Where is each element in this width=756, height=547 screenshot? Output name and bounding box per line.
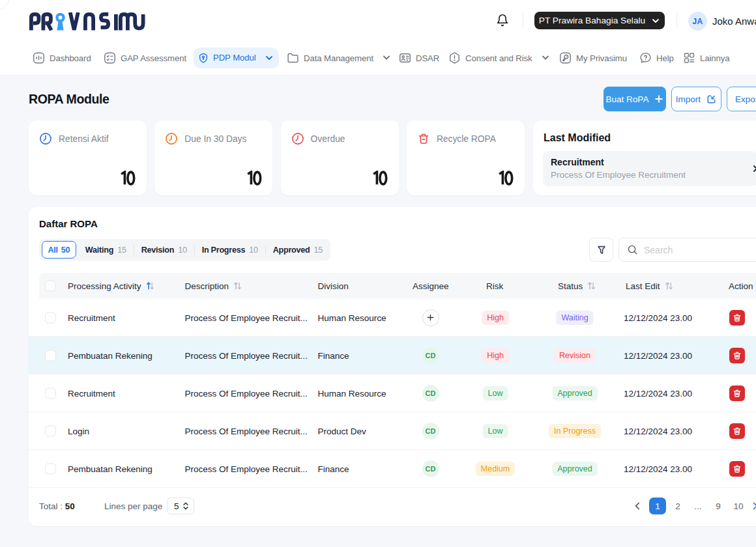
row-checkbox[interactable] xyxy=(45,350,56,361)
import-button[interactable]: Import xyxy=(671,87,721,111)
table-row[interactable]: Pembuatan RekeningProcess Of Employee Re… xyxy=(29,450,756,488)
pagination-next[interactable] xyxy=(750,498,756,514)
sort-icon[interactable] xyxy=(233,281,242,291)
tab-approved[interactable]: Approved15 xyxy=(266,241,330,259)
pagination-page-9[interactable]: 9 xyxy=(710,498,727,514)
tab-label: Approved xyxy=(273,245,310,255)
row-checkbox[interactable] xyxy=(45,312,56,323)
cell-last-edit: 12/12/2024 23.00 xyxy=(624,388,692,398)
sort-icon[interactable] xyxy=(145,281,155,291)
chevron-down-icon xyxy=(541,53,550,63)
search-icon xyxy=(627,244,638,255)
nav-item-lainnya[interactable]: Lainnya xyxy=(683,51,730,64)
stat-value xyxy=(121,171,136,184)
tab-revision[interactable]: Revision10 xyxy=(134,241,194,259)
pagination-prev[interactable] xyxy=(629,498,646,514)
risk-badge: Low xyxy=(483,386,508,400)
company-selector-label: PT Prawira Bahagia Selalu xyxy=(539,16,645,25)
nav-item-help[interactable]: Help xyxy=(639,51,674,64)
user-name: Joko Anwar xyxy=(712,16,756,27)
nav-item-label: Data Management xyxy=(304,53,373,63)
user-avatar[interactable]: JA xyxy=(688,12,707,31)
nav-item-pdp-modul[interactable]: PDP Modul xyxy=(194,48,279,68)
last-modified-title: Last Modified xyxy=(544,132,611,144)
export-button[interactable]: Export xyxy=(727,87,756,111)
last-modified-item[interactable]: Recruitment Process Of Employee Recruitm… xyxy=(543,151,756,186)
chevron-right-icon xyxy=(751,164,756,173)
create-ropa-button[interactable]: Buat RoPA xyxy=(603,87,666,111)
cell-division: Human Resource xyxy=(318,313,386,322)
nav-item-gap-assessment[interactable]: GAP Assessment xyxy=(104,51,186,64)
nav-item-data-management[interactable]: Data Management xyxy=(287,51,391,64)
pagination-page-10[interactable]: 10 xyxy=(730,498,747,514)
assignee-avatar[interactable]: CD xyxy=(422,385,439,402)
sort-icon[interactable] xyxy=(664,281,674,291)
row-checkbox[interactable] xyxy=(45,463,56,474)
table-row[interactable]: LoginProcess Of Employee Recruit...Produ… xyxy=(29,412,756,450)
ropa-list-panel: Daftar ROPA All50Waiting15Revision10In P… xyxy=(29,207,756,526)
stat-card-header: Retensi Aktif xyxy=(39,132,109,145)
delete-button[interactable] xyxy=(729,348,745,363)
privasimu-logo xyxy=(29,12,145,31)
table-row[interactable]: RecruitmentProcess Of Employee Recruit..… xyxy=(29,374,756,412)
column-header-label: Action xyxy=(729,281,753,291)
filter-button[interactable] xyxy=(589,238,613,262)
pagination-ellipsis: ... xyxy=(690,498,706,514)
table-row[interactable]: Pembuatan RekeningProcess Of Employee Re… xyxy=(29,337,756,374)
assignee-avatar[interactable]: CD xyxy=(422,347,439,364)
nav-item-my-privasimu[interactable]: My Privasimu xyxy=(559,51,627,64)
assignee-avatar[interactable]: CD xyxy=(422,423,439,440)
tab-all[interactable]: All50 xyxy=(42,241,76,259)
stat-card-header: Overdue xyxy=(291,132,345,145)
stat-label: Due In 30 Days xyxy=(184,134,246,144)
sort-icon[interactable] xyxy=(587,281,596,291)
header-divider xyxy=(676,13,677,28)
id-card-icon xyxy=(399,51,411,64)
stat-card-due-in-30-days: Due In 30 Days xyxy=(154,120,272,195)
ropa-list-title: Daftar ROPA xyxy=(39,218,98,229)
cell-activity: Pembuatan Rekening xyxy=(68,464,153,473)
nav-item-consent-and-risk[interactable]: Consent and Risk xyxy=(448,51,550,64)
table-row[interactable]: RecruitmentProcess Of Employee Recruit..… xyxy=(29,299,756,337)
plus-icon xyxy=(654,94,663,104)
notification-bell-icon[interactable] xyxy=(496,14,509,28)
column-header-activity[interactable]: Processing Activity xyxy=(68,281,155,291)
tab-count: 15 xyxy=(117,245,126,255)
clock-icon xyxy=(291,132,304,145)
column-header-status[interactable]: Status xyxy=(558,281,596,291)
delete-button[interactable] xyxy=(729,386,745,401)
apps-grid-icon xyxy=(683,51,695,64)
delete-button[interactable] xyxy=(729,461,745,477)
logo-lettering xyxy=(29,12,145,31)
tab-label: Waiting xyxy=(85,245,113,255)
delete-button[interactable] xyxy=(729,423,745,439)
cell-last-edit: 12/12/2024 23.00 xyxy=(624,426,692,436)
tab-waiting[interactable]: Waiting15 xyxy=(78,241,134,259)
column-header-label: Division xyxy=(318,281,349,291)
tab-in-progress[interactable]: In Progress10 xyxy=(195,241,265,259)
delete-button[interactable] xyxy=(729,310,745,326)
row-checkbox[interactable] xyxy=(45,425,56,436)
pagination-page-2[interactable]: 2 xyxy=(669,498,686,514)
pagination-page-1[interactable]: 1 xyxy=(649,498,666,514)
nav-item-dsar[interactable]: DSAR xyxy=(399,51,439,64)
page-title: ROPA Module xyxy=(29,92,109,107)
column-header-description[interactable]: Description xyxy=(185,281,243,291)
select-all-checkbox[interactable] xyxy=(45,281,56,292)
tab-count: 50 xyxy=(61,245,70,255)
assignee-avatar[interactable]: CD xyxy=(422,460,439,477)
stat-value xyxy=(373,171,388,184)
nav-item-dashboard[interactable]: Dashboard xyxy=(33,51,91,64)
search-input[interactable] xyxy=(644,245,756,255)
last-modified-card: Last Modified Recruitment Process Of Emp… xyxy=(533,120,756,195)
column-header-last-edit[interactable]: Last Edit xyxy=(626,281,674,291)
risk-badge: Low xyxy=(483,424,508,438)
company-selector[interactable]: PT Prawira Bahagia Selalu xyxy=(534,12,665,29)
lines-per-page-select[interactable]: 5 xyxy=(167,498,194,514)
chevron-down-icon xyxy=(382,53,391,63)
row-checkbox[interactable] xyxy=(45,387,56,399)
column-header-label: Assignee xyxy=(413,281,449,291)
status-badge: Approved xyxy=(552,462,598,476)
add-assignee-button[interactable] xyxy=(422,309,439,326)
stat-card-header: Recycle ROPA xyxy=(417,132,496,145)
